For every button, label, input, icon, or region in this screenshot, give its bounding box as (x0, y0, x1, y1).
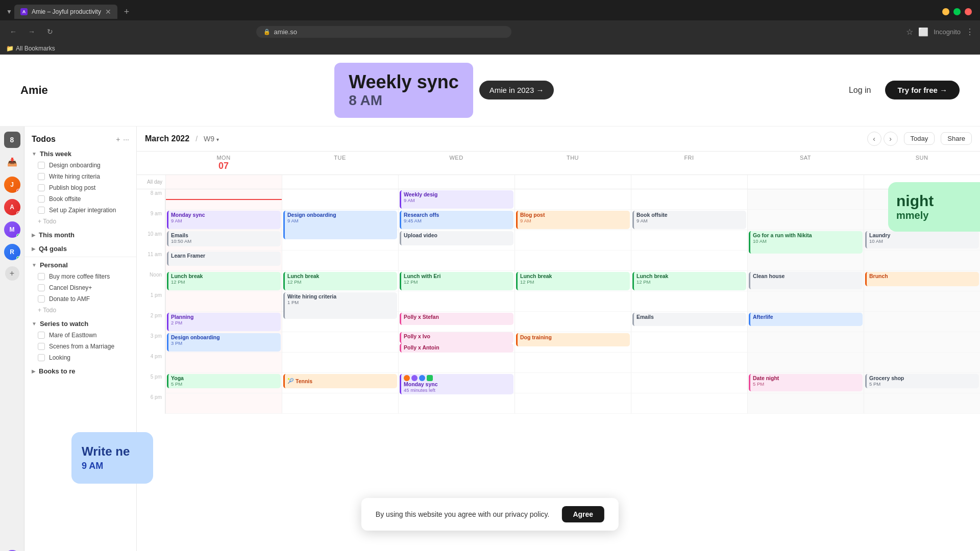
cal-cell-sat-3pm[interactable] (747, 332, 864, 353)
event-lunch-eri[interactable]: Lunch with Eri 12 PM (400, 272, 513, 290)
event-lunch-tue[interactable]: Lunch break 12 PM (283, 272, 397, 290)
reload-button[interactable]: ↻ (43, 24, 57, 39)
cal-cell-fri-6pm[interactable] (631, 393, 747, 414)
cal-cell-wed-9am[interactable]: Research offs 9:45 AM (398, 210, 514, 230)
series-header[interactable]: ▼ Series to watch (24, 318, 136, 330)
event-laundry[interactable]: Laundry 10 AM (865, 231, 979, 248)
cal-cell-fri-1pm[interactable] (631, 291, 747, 312)
cal-cell-sun-4pm[interactable] (864, 353, 980, 373)
event-monday-sync[interactable]: Monday sync 9 AM (167, 211, 281, 229)
cal-cell-thu-5pm[interactable] (514, 373, 631, 393)
event-design-onboarding-mon[interactable]: Design onboarding 3 PM (167, 333, 281, 352)
cal-cell-thu-10am[interactable] (514, 230, 631, 251)
event-grocery-shop[interactable]: Grocery shop 5 PM (865, 374, 979, 388)
todo-checkbox-p2[interactable] (38, 284, 45, 291)
cal-cell-thu-9am[interactable]: Blog post 9 AM (514, 210, 631, 230)
cal-cell-tue-9am[interactable]: Design onboarding 9 AM (282, 210, 398, 230)
event-polly-ivo[interactable]: Polly x Ivo (400, 332, 513, 343)
event-polly-antoin[interactable]: Polly x Antoin (400, 343, 513, 353)
cal-cell-fri-9am[interactable]: Book offsite 9 AM (631, 210, 747, 230)
cal-cell-fri-4pm[interactable] (631, 353, 747, 373)
cal-cell-wed-5pm[interactable]: Monday sync 45 minutes left (398, 373, 514, 393)
cal-cell-wed-6pm[interactable] (398, 393, 514, 414)
cal-cell-wed-1pm[interactable] (398, 291, 514, 312)
cal-cell-sat-10am[interactable]: Go for a run with Nikita 10 AM (747, 230, 864, 251)
more-options-icon[interactable]: ··· (123, 135, 129, 143)
event-research-offsite[interactable]: Research offs 9:45 AM (400, 211, 513, 229)
event-emails-fri[interactable]: Emails (632, 313, 746, 326)
avatar-3[interactable]: M (4, 221, 20, 238)
cal-cell-thu-1pm[interactable] (514, 291, 631, 312)
event-lunch-thu[interactable]: Lunch break 12 PM (516, 272, 630, 290)
todo-checkbox-p3[interactable] (38, 295, 45, 303)
event-book-offsite[interactable]: Book offsite 9 AM (632, 211, 746, 229)
cal-cell-sun-noon[interactable]: Brunch (864, 271, 980, 291)
books-header[interactable]: ▶ Books to re (24, 365, 136, 377)
try-free-button[interactable]: Try for free → (885, 81, 960, 99)
todo-checkbox-5[interactable] (38, 207, 45, 214)
cal-cell-wed-10am[interactable]: Upload video (398, 230, 514, 251)
q4-goals-header[interactable]: ▶ Q4 goals (24, 243, 136, 255)
extensions-icon[interactable]: ⋮ (966, 27, 974, 37)
event-clean-house[interactable]: Clean house (749, 272, 863, 289)
event-weekly-design[interactable]: Weekly desig 9 AM (400, 190, 513, 209)
personal-header[interactable]: ▼ Personal (24, 259, 136, 271)
cal-cell-mon-2pm[interactable]: Planning 2 PM (165, 312, 282, 332)
event-learn-framer[interactable]: Learn Framer (167, 252, 281, 266)
todo-checkbox-s3[interactable] (38, 354, 45, 361)
todo-checkbox-4[interactable] (38, 195, 45, 203)
cal-cell-wed-noon[interactable]: Lunch with Eri 12 PM (398, 271, 514, 291)
cal-cell-sun-10am[interactable]: Laundry 10 AM (864, 230, 980, 251)
cal-cell-sun-3pm[interactable] (864, 332, 980, 353)
cal-cell-mon-10am[interactable]: Emails 10:50 AM (165, 230, 282, 251)
cal-cell-mon-5pm[interactable]: Yoga 5 PM (165, 373, 282, 393)
minimize-button[interactable] (942, 8, 949, 15)
event-design-onboarding-tue[interactable]: Design onboarding 9 AM (283, 211, 397, 239)
todo-checkbox-3[interactable] (38, 184, 45, 191)
avatar-2[interactable]: A (4, 199, 20, 215)
cal-cell-tue-1pm[interactable]: Write hiring criteria 1 PM (282, 291, 398, 312)
cal-cell-sat-4pm[interactable] (747, 353, 864, 373)
event-upload-video[interactable]: Upload video (400, 231, 513, 245)
add-todo-week-button[interactable]: + Todo (24, 216, 136, 227)
cal-cell-wed-3pm[interactable]: Polly x Ivo Polly x Antoin (398, 332, 514, 353)
cal-cell-sun-1pm[interactable] (864, 291, 980, 312)
cal-cell-fri-noon[interactable]: Lunch break 12 PM (631, 271, 747, 291)
sidebar-toggle-icon[interactable]: ⬜ (918, 27, 928, 37)
event-emails[interactable]: Emails 10:50 AM (167, 231, 281, 246)
cal-cell-thu-4pm[interactable] (514, 353, 631, 373)
cal-cell-sat-11am[interactable] (747, 251, 864, 271)
calendar-scroll[interactable]: 8 am Weekly desig 9 AM (137, 189, 980, 551)
next-week-button[interactable]: › (884, 132, 898, 146)
event-date-night[interactable]: Date night 5 PM (749, 374, 863, 391)
cal-cell-fri-3pm[interactable] (631, 332, 747, 353)
todo-checkbox-s2[interactable] (38, 343, 45, 350)
cal-cell-wed-2pm[interactable]: Polly x Stefan (398, 312, 514, 332)
cal-cell-thu-2pm[interactable] (514, 312, 631, 332)
cal-cell-mon-6pm[interactable] (165, 393, 282, 414)
forward-button[interactable]: → (24, 24, 39, 39)
cal-cell-fri-11am[interactable] (631, 251, 747, 271)
add-person-button[interactable]: + (5, 266, 19, 281)
todo-checkbox-p1[interactable] (38, 273, 45, 280)
amie-2023-button[interactable]: Amie in 2023 → (479, 81, 554, 99)
cal-cell-thu-11am[interactable] (514, 251, 631, 271)
event-dog-training[interactable]: Dog training (516, 333, 630, 346)
inbox-icon[interactable]: 📥 (4, 154, 20, 170)
cal-cell-tue-4pm[interactable] (282, 353, 398, 373)
cal-cell-fri-2pm[interactable]: Emails (631, 312, 747, 332)
tab-group-arrow[interactable]: ▼ (6, 8, 12, 15)
avatar-4[interactable]: R (4, 244, 20, 260)
cal-cell-mon-noon[interactable]: Lunch break 12 PM (165, 271, 282, 291)
todo-checkbox-s1[interactable] (38, 332, 45, 339)
cal-cell-wed-8am[interactable]: Weekly desig 9 AM (398, 189, 514, 210)
event-polly-stefan[interactable]: Polly x Stefan (400, 313, 513, 325)
cal-cell-mon-11am[interactable]: Learn Framer (165, 251, 282, 271)
cal-cell-wed-11am[interactable] (398, 251, 514, 271)
cal-cell-sat-6pm[interactable] (747, 393, 864, 414)
todo-checkbox-2[interactable] (38, 173, 45, 180)
cal-cell-thu-noon[interactable]: Lunch break 12 PM (514, 271, 631, 291)
event-write-hiring[interactable]: Write hiring criteria 1 PM (283, 292, 397, 319)
calendar-week[interactable]: W9 ▾ (204, 135, 219, 143)
event-lunch-mon[interactable]: Lunch break 12 PM (167, 272, 281, 290)
